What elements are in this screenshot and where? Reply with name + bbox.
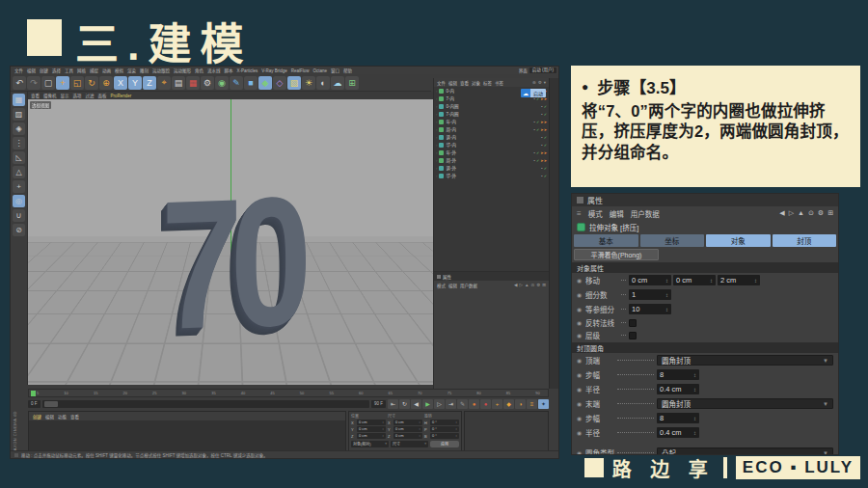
lock-z-axis-icon[interactable]: Z: [143, 76, 156, 90]
object-row[interactable]: ◦周-外▪✓➤➤: [434, 156, 549, 164]
menu-item[interactable]: V-Ray Bridge: [261, 68, 287, 73]
object-row[interactable]: ◦华-外▪✓: [434, 172, 549, 179]
timeline-ruler[interactable]: 51015202530354045505560657075808590: [28, 389, 549, 397]
menu-item[interactable]: 查看: [460, 80, 469, 86]
menu-item[interactable]: 编辑: [27, 68, 36, 73]
value-field[interactable]: 2 cm↕: [718, 275, 760, 285]
previous-frame-button[interactable]: ◀: [411, 399, 421, 409]
viewport-snap-icon[interactable]: ◎: [13, 195, 25, 207]
workplane-mode-icon[interactable]: ◈: [13, 122, 25, 135]
apply-button[interactable]: 应用: [430, 441, 459, 447]
key-position-button[interactable]: +: [492, 399, 502, 409]
lock-x-axis-icon[interactable]: X: [114, 76, 127, 90]
record-edit-button[interactable]: ✎: [457, 399, 468, 409]
menu-item[interactable]: 用户数据: [631, 208, 660, 219]
edges-mode-icon[interactable]: ◺: [13, 151, 25, 164]
render-settings-icon[interactable]: ⚙: [201, 76, 214, 90]
last-tool-icon[interactable]: ⊕: [99, 76, 113, 90]
deformer-icon[interactable]: ◇: [273, 76, 286, 90]
keyframe-dot-icon[interactable]: ◉: [577, 277, 585, 284]
live-selection-icon[interactable]: ▢: [41, 76, 55, 90]
panel-icon[interactable]: ⊞: [542, 283, 546, 287]
menu-item[interactable]: 工具: [65, 68, 73, 73]
menu-item[interactable]: 选项: [73, 93, 82, 98]
menu-item[interactable]: 帮助: [343, 68, 352, 73]
subdivision-surface-icon[interactable]: ◉: [215, 76, 229, 90]
expand-icon[interactable]: ◦: [436, 120, 437, 124]
go-to-end-button[interactable]: ⇥: [446, 399, 456, 409]
menu-item[interactable]: ProRender: [111, 94, 132, 98]
menu-item[interactable]: Octane: [313, 68, 328, 73]
panel-icon[interactable]: ▷: [789, 209, 794, 217]
menu-item[interactable]: 选择: [52, 68, 61, 73]
menu-item[interactable]: 文件: [437, 80, 446, 86]
menu-item[interactable]: 流水线: [207, 68, 221, 73]
frame-start-field[interactable]: 0 F: [28, 400, 41, 408]
menu-item[interactable]: 用户数据: [460, 283, 477, 288]
menu-item[interactable]: 雕刻: [140, 68, 149, 73]
keyframe-dot-icon[interactable]: ◉: [577, 415, 585, 421]
coord-field[interactable]: 0 cm↕: [393, 433, 422, 439]
coord-field[interactable]: 0 °↕: [430, 420, 459, 425]
expand-icon[interactable]: ◦: [436, 166, 437, 171]
menu-item[interactable]: 脚本: [225, 68, 233, 73]
om-icon[interactable]: ⊕: [532, 80, 536, 85]
keyframe-dot-icon[interactable]: ◉: [577, 386, 585, 393]
menu-item[interactable]: 角色: [195, 68, 203, 73]
keyframe-dot-icon[interactable]: ◉: [577, 400, 585, 407]
magnet-snap-icon[interactable]: ∪: [13, 209, 25, 222]
tab-坐标[interactable]: 坐标: [640, 234, 705, 247]
value-field[interactable]: 0.4 cm↕: [657, 427, 699, 438]
polygons-mode-icon[interactable]: △: [13, 166, 25, 178]
frame-range-slider[interactable]: [42, 400, 369, 408]
value-field[interactable]: 0 cm↕: [673, 275, 716, 285]
expand-icon[interactable]: ◦: [436, 104, 437, 109]
menu-item[interactable]: 网格: [77, 68, 86, 73]
play-forward-button[interactable]: ▶: [422, 399, 433, 409]
menu-item[interactable]: 查看: [70, 414, 79, 420]
expand-icon[interactable]: ◦: [436, 96, 437, 101]
scale-tool-icon[interactable]: ◱: [70, 76, 84, 90]
panel-icon[interactable]: ⊞: [827, 209, 833, 217]
object-header[interactable]: 拉伸对象 [挤压]: [572, 220, 838, 233]
move-tool-icon[interactable]: +: [56, 76, 69, 90]
keyframe-dot-icon[interactable]: ◉: [577, 357, 585, 364]
viewport-canvas[interactable]: 透视视图 华诞 70 周年: [28, 99, 433, 385]
expand-icon[interactable]: ◦: [436, 150, 437, 155]
playhead[interactable]: [31, 391, 36, 396]
mograph-icon[interactable]: ⊞: [345, 76, 359, 90]
object-row[interactable]: ◦7-内圈▪✓: [434, 110, 549, 118]
key-scale-button[interactable]: ◆: [503, 399, 514, 409]
cube-primitive-icon[interactable]: ■: [244, 76, 258, 90]
undo-icon[interactable]: ↶: [13, 76, 26, 90]
next-frame-button[interactable]: ▷: [434, 399, 445, 409]
view-label[interactable]: 透视视图: [30, 101, 51, 109]
menu-item[interactable]: 模式: [437, 283, 446, 288]
menu-item[interactable]: 编辑: [448, 80, 457, 86]
menu-item[interactable]: 过滤: [86, 93, 95, 98]
object-row[interactable]: ◦诞-外▪✓: [434, 164, 549, 172]
menu-item[interactable]: 面板: [98, 93, 107, 98]
frame-end-field[interactable]: 90 F: [371, 400, 386, 408]
key-pla-button[interactable]: ✦: [538, 399, 549, 409]
value-field[interactable]: 0.4 cm↕: [657, 384, 699, 394]
menu-item[interactable]: 功能: [58, 414, 67, 420]
menu-item[interactable]: RealFlow: [291, 68, 310, 73]
menu-item[interactable]: 捕捉: [90, 68, 98, 73]
keyframe-dot-icon[interactable]: ◉: [577, 319, 585, 326]
menu-item[interactable]: 渲染: [127, 68, 136, 73]
extrude-generator-icon[interactable]: ◆: [258, 76, 272, 90]
coord-field[interactable]: 0 cm↕: [393, 420, 422, 425]
value-field[interactable]: 8↕: [657, 413, 699, 423]
panel-icon[interactable]: ⚙: [536, 283, 540, 287]
menu-item[interactable]: 创建: [40, 68, 48, 73]
value-field[interactable]: 10↕: [629, 304, 671, 314]
menu-item[interactable]: 标签: [483, 80, 492, 86]
expand-icon[interactable]: ◦: [436, 112, 437, 117]
menu-item[interactable]: 创建: [33, 414, 41, 420]
material-ball-icon[interactable]: ◐: [316, 76, 330, 90]
keyframe-dot-icon[interactable]: ◉: [577, 291, 585, 298]
menu-item[interactable]: 编辑: [610, 208, 624, 219]
object-row[interactable]: ◦华-内▪✓: [434, 141, 549, 149]
checkbox[interactable]: [629, 319, 637, 327]
